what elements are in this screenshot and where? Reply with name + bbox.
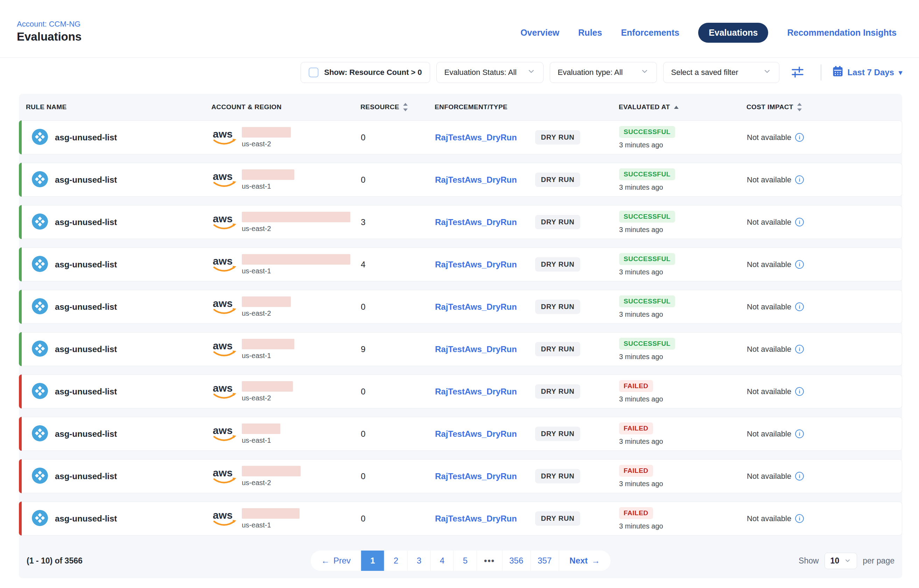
status-badge: SUCCESSFUL xyxy=(619,253,675,265)
region-label: us-east-1 xyxy=(242,352,271,360)
tab-enforcements[interactable]: Enforcements xyxy=(621,27,679,38)
tab-overview[interactable]: Overview xyxy=(520,27,559,38)
svg-text:aws: aws xyxy=(213,467,233,478)
info-icon[interactable]: i xyxy=(795,345,804,354)
saved-filter-dropdown[interactable]: Select a saved filter xyxy=(663,62,779,83)
evaluation-row[interactable]: asg-unused-list aws us-east-1 0 RajTestA… xyxy=(19,417,902,451)
sliders-icon xyxy=(790,64,805,81)
evaluated-time: 3 minutes ago xyxy=(619,268,663,276)
page-button-2[interactable]: 2 xyxy=(384,551,407,571)
breadcrumb-account-link[interactable]: Account: CCM-NG xyxy=(17,19,81,29)
enforcement-link[interactable]: RajTestAws_DryRun xyxy=(435,302,517,312)
enforcement-link[interactable]: RajTestAws_DryRun xyxy=(435,217,517,227)
enforcement-link[interactable]: RajTestAws_DryRun xyxy=(435,514,517,523)
tab-rules[interactable]: Rules xyxy=(578,27,602,38)
page-size-dropdown[interactable]: 10 xyxy=(825,552,858,569)
next-page-button[interactable]: Next → xyxy=(559,551,611,571)
page-ellipsis: ••• xyxy=(476,551,502,571)
table-header-row: RULE NAME ACCOUNT & REGION RESOURCE ENFO… xyxy=(19,94,902,120)
resource-count: 4 xyxy=(359,248,432,281)
svg-text:aws: aws xyxy=(213,425,233,436)
evaluation-type-badge: DRY RUN xyxy=(535,384,581,399)
tab-evaluations[interactable]: Evaluations xyxy=(698,23,768,43)
cost-impact-value: Not available xyxy=(747,514,791,523)
page-button-357[interactable]: 357 xyxy=(530,551,559,571)
region-label: us-east-2 xyxy=(242,225,271,233)
info-icon[interactable]: i xyxy=(795,218,804,226)
page-button-4[interactable]: 4 xyxy=(430,551,454,571)
info-icon[interactable]: i xyxy=(795,133,804,142)
column-header-evaluated-at: EVALUATED AT xyxy=(617,103,745,111)
tab-recommendation-insights[interactable]: Recommendation Insights xyxy=(787,27,896,38)
evaluation-type-badge: DRY RUN xyxy=(535,300,581,314)
aws-logo: aws xyxy=(212,212,237,233)
info-icon[interactable]: i xyxy=(795,514,804,523)
enforcement-link[interactable]: RajTestAws_DryRun xyxy=(435,472,517,481)
chevron-down-icon xyxy=(763,67,771,78)
status-badge: SUCCESSFUL xyxy=(619,338,675,350)
prev-page-button[interactable]: ← Prev xyxy=(311,551,361,571)
date-range-picker[interactable]: Last 7 Days ▾ xyxy=(833,66,902,79)
enforcement-link[interactable]: RajTestAws_DryRun xyxy=(435,260,517,270)
svg-text:aws: aws xyxy=(213,213,233,225)
rule-name: asg-unused-list xyxy=(55,472,117,481)
sort-both-icon[interactable] xyxy=(403,103,408,111)
sort-both-icon[interactable] xyxy=(797,103,802,111)
page-size-value: 10 xyxy=(830,556,840,565)
sort-ascending-icon[interactable] xyxy=(674,105,679,109)
redacted-account-id xyxy=(242,170,294,180)
page-button-5[interactable]: 5 xyxy=(454,551,476,571)
page-button-1[interactable]: 1 xyxy=(361,551,384,571)
redacted-account-id xyxy=(242,339,294,349)
evaluation-row[interactable]: asg-unused-list aws us-east-2 0 RajTestA… xyxy=(19,375,902,409)
page-button-3[interactable]: 3 xyxy=(407,551,430,571)
evaluation-row[interactable]: asg-unused-list aws us-east-2 0 RajTestA… xyxy=(19,290,902,324)
info-icon[interactable]: i xyxy=(795,430,804,438)
page-button-356[interactable]: 356 xyxy=(502,551,530,571)
governance-rule-icon xyxy=(32,468,48,485)
governance-rule-icon xyxy=(32,213,48,231)
evaluation-row[interactable]: asg-unused-list aws us-east-1 0 RajTestA… xyxy=(19,502,902,535)
info-icon[interactable]: i xyxy=(795,260,804,269)
evaluation-row[interactable]: asg-unused-list aws us-east-2 3 RajTestA… xyxy=(19,205,902,239)
enforcement-link[interactable]: RajTestAws_DryRun xyxy=(435,132,517,142)
evaluation-row[interactable]: asg-unused-list aws us-east-2 0 RajTestA… xyxy=(19,120,902,154)
filter-bar: Show: Resource Count > 0 Evaluation Stat… xyxy=(300,62,902,83)
aws-logo: aws xyxy=(212,508,237,529)
resource-count-filter[interactable]: Show: Resource Count > 0 xyxy=(300,62,430,83)
evaluation-type-badge: DRY RUN xyxy=(535,173,581,187)
evaluation-row[interactable]: asg-unused-list aws us-east-2 0 RajTestA… xyxy=(19,459,902,493)
status-badge: SUCCESSFUL xyxy=(619,211,675,223)
status-badge: FAILED xyxy=(619,422,653,435)
status-badge: FAILED xyxy=(619,465,653,477)
cost-impact-value: Not available xyxy=(747,387,791,396)
svg-text:aws: aws xyxy=(213,128,233,140)
region-label: us-east-1 xyxy=(242,267,271,275)
info-icon[interactable]: i xyxy=(795,387,804,396)
evaluation-type-dropdown[interactable]: Evaluation type: All xyxy=(550,62,657,83)
filter-settings-button[interactable] xyxy=(790,64,805,81)
redacted-account-id xyxy=(242,508,300,519)
evaluation-row[interactable]: asg-unused-list aws us-east-1 4 RajTestA… xyxy=(19,247,902,281)
evaluation-type-badge: DRY RUN xyxy=(535,426,581,441)
enforcement-link[interactable]: RajTestAws_DryRun xyxy=(435,175,517,185)
enforcement-link[interactable]: RajTestAws_DryRun xyxy=(435,387,517,397)
evaluated-time: 3 minutes ago xyxy=(619,438,663,446)
redacted-account-id xyxy=(242,212,350,222)
evaluation-row[interactable]: asg-unused-list aws us-east-1 0 RajTestA… xyxy=(19,163,902,197)
enforcement-link[interactable]: RajTestAws_DryRun xyxy=(435,429,517,439)
region-label: us-east-1 xyxy=(242,521,271,529)
info-icon[interactable]: i xyxy=(795,472,804,481)
svg-text:aws: aws xyxy=(213,340,233,351)
enforcement-link[interactable]: RajTestAws_DryRun xyxy=(435,344,517,354)
evaluation-row[interactable]: asg-unused-list aws us-east-1 9 RajTestA… xyxy=(19,332,902,366)
aws-logo: aws xyxy=(212,466,237,487)
status-badge: SUCCESSFUL xyxy=(619,296,675,307)
info-icon[interactable]: i xyxy=(795,175,804,184)
resource-count: 0 xyxy=(359,460,432,493)
region-label: us-east-1 xyxy=(242,436,271,444)
evaluation-status-dropdown[interactable]: Evaluation Status: All xyxy=(436,62,543,83)
resource-count-checkbox[interactable] xyxy=(308,68,318,78)
info-icon[interactable]: i xyxy=(795,302,804,311)
cost-impact-value: Not available xyxy=(747,430,791,439)
